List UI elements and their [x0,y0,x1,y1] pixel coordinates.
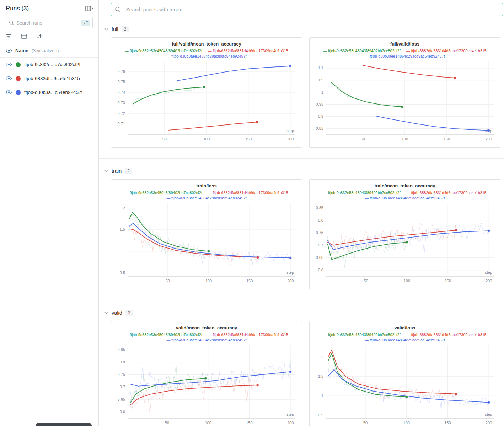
panel-row: 501001502000.511.52steptrain/loss— ftjob… [111,179,500,289]
run-name: ftjob-9c832e...b7cc802cf2f [24,62,80,67]
svg-text:2: 2 [321,355,323,359]
workspace-main: Search panels with regex full 2 50100150… [99,0,504,426]
text-caret [124,6,124,13]
svg-text:0.95: 0.95 [316,102,323,106]
svg-text:1: 1 [123,249,125,253]
svg-text:step: step [286,128,294,133]
chart-canvas[interactable]: 501001502000.60.650.70.750.80.85stepvali… [111,321,302,426]
svg-text:1.1: 1.1 [318,66,323,70]
chart-panel[interactable]: 501001502000.60.650.70.750.80.85stepvali… [111,321,302,426]
svg-text:0.85: 0.85 [316,126,323,131]
svg-text:200: 200 [287,137,294,141]
regex-toggle-badge[interactable]: .* [81,20,90,26]
section-label: valid [112,310,122,316]
chart-canvas[interactable]: 501001502000.710.720.730.740.750.76stepf… [111,38,302,147]
svg-text:50: 50 [363,421,368,425]
svg-text:100: 100 [403,421,410,425]
run-list-item[interactable]: ftjob-6882df...9ca4e1b315 [0,71,98,85]
run-list-header: Name (3 visualized) [0,44,98,58]
svg-text:— ftjob-d30b3aee14864c29acd9ac: — ftjob-d30b3aee14864c29acd9ac54eb92457f [167,54,247,58]
runs-search-input[interactable] [16,20,79,26]
section-count-badge: 2 [125,310,133,316]
sort-icon[interactable] [36,33,42,39]
chevron-down-icon [104,170,108,172]
run-list: ftjob-9c832e...b7cc802cf2f ftjob-6882df.… [0,58,98,99]
svg-text:step: step [286,270,294,275]
section-label: full [112,26,118,32]
svg-text:step: step [485,270,492,275]
svg-text:0.65: 0.65 [316,255,323,260]
svg-text:100: 100 [205,421,211,425]
chevron-down-icon [104,28,108,31]
svg-text:train/loss: train/loss [196,183,217,188]
svg-text:0.76: 0.76 [118,69,125,74]
name-column-header[interactable]: Name [15,48,28,53]
runs-search-box[interactable]: .* [6,17,93,28]
svg-text:0.75: 0.75 [118,372,125,377]
svg-text:0.6: 0.6 [318,268,323,272]
svg-text:— ftjob-d30b3aee14864c29acd9ac: — ftjob-d30b3aee14864c29acd9ac54eb92457f [365,196,445,200]
panel-row: 501001502000.710.720.730.740.750.76stepf… [111,37,500,148]
svg-text:200: 200 [486,137,492,141]
svg-text:0.65: 0.65 [118,397,125,401]
svg-text:0.5: 0.5 [318,413,323,417]
svg-text:valid/mean_token_accuracy: valid/mean_token_accuracy [176,325,237,330]
svg-text:— ftjob-9c832e53c45043f89402bb: — ftjob-9c832e53c45043f89402bb7cc802cf2f… [125,332,288,337]
svg-text:50: 50 [364,279,368,283]
svg-text:step: step [485,412,492,416]
chart-canvas[interactable]: 501001502000.511.52stepvalid/loss— ftjob… [310,321,500,426]
svg-text:1.5: 1.5 [318,374,323,378]
chart-panel[interactable]: 501001502000.850.90.9511.051.1stepfull/v… [309,37,500,148]
visibility-eye-icon[interactable] [6,90,12,95]
svg-text:100: 100 [402,137,408,141]
svg-text:0.73: 0.73 [118,101,125,105]
section-count-badge: 2 [125,168,132,174]
svg-text:200: 200 [287,279,294,283]
svg-text:0.7: 0.7 [318,243,323,247]
svg-text:1.05: 1.05 [316,78,323,82]
runs-sidebar: Runs (3) .* [0,0,99,426]
chart-panel[interactable]: 501001502000.60.650.70.750.80.85steptrai… [309,179,500,289]
visibility-eye-icon[interactable] [6,62,12,67]
panel-search-input[interactable]: Search panels with regex [111,3,503,16]
run-name: ftjob-6882df...9ca4e1b315 [24,76,80,81]
svg-text:150: 150 [245,137,252,141]
run-list-item[interactable]: ftjob-9c832e...b7cc802cf2f [0,58,98,71]
visibility-eye-icon[interactable] [6,76,12,81]
run-list-item[interactable]: ftjob-d30b3a...c54eb92457f [0,85,98,99]
svg-text:0.5: 0.5 [120,271,125,275]
svg-text:— ftjob-d30b3aee14864c29acd9ac: — ftjob-d30b3aee14864c29acd9ac54eb92457f [167,338,247,342]
svg-text:200: 200 [287,421,294,425]
svg-text:0.74: 0.74 [118,90,125,95]
filter-icon[interactable] [6,34,12,39]
svg-text:step: step [286,412,294,416]
chart-canvas[interactable]: 501001502000.850.90.9511.051.1stepfull/v… [310,38,500,147]
section-header[interactable]: valid 2 [104,310,500,316]
chart-panel[interactable]: 501001502000.511.52stepvalid/loss— ftjob… [309,321,500,426]
visibility-eye-icon[interactable] [6,48,12,53]
panel-section: valid 2 501001502000.60.650.70.750.80.85… [99,300,504,426]
search-icon [115,6,121,12]
svg-text:train/mean_token_accuracy: train/mean_token_accuracy [375,183,436,188]
svg-text:— ftjob-9c832e53c45043f89402bb: — ftjob-9c832e53c45043f89402bb7cc802cf2f… [125,49,288,53]
runs-title: Runs (3) [6,5,29,12]
chart-panel[interactable]: 501001502000.511.52steptrain/loss— ftjob… [111,179,302,289]
group-table-icon[interactable] [21,34,27,39]
svg-text:200: 200 [486,421,492,425]
run-color-dot [16,62,21,67]
svg-text:0.71: 0.71 [118,122,125,126]
svg-text:0.9: 0.9 [318,114,323,118]
svg-text:0.7: 0.7 [120,385,125,389]
section-header[interactable]: train 2 [104,168,500,174]
chart-canvas[interactable]: 501001502000.511.52steptrain/loss— ftjob… [111,180,302,289]
section-header[interactable]: full 2 [104,26,500,32]
svg-text:— ftjob-9c832e53c45043f89402bb: — ftjob-9c832e53c45043f89402bb7cc802cf2f… [323,191,487,195]
bottom-toast [36,423,92,426]
expand-table-icon[interactable] [85,6,93,11]
svg-text:100: 100 [205,279,212,283]
svg-text:— ftjob-9c832e53c45043f89402bb: — ftjob-9c832e53c45043f89402bb7cc802cf2f… [323,332,487,337]
svg-text:150: 150 [444,137,450,141]
svg-text:100: 100 [203,137,210,141]
chart-canvas[interactable]: 501001502000.60.650.70.750.80.85steptrai… [310,180,500,289]
chart-panel[interactable]: 501001502000.710.720.730.740.750.76stepf… [111,37,302,148]
